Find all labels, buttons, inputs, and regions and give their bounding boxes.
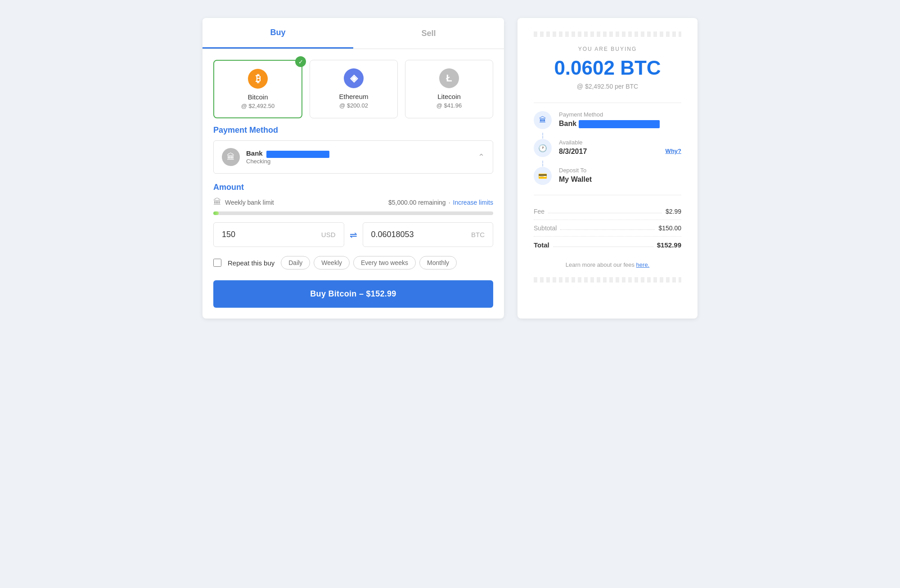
limit-left: 🏛 Weekly bank limit — [213, 197, 274, 207]
bank-account-redacted — [266, 151, 329, 158]
repeat-frequency-buttons: Daily Weekly Every two weeks Monthly — [281, 256, 457, 269]
subtotal-amount: $150.00 — [658, 224, 681, 232]
limit-progress-fill — [213, 211, 219, 215]
deposit-detail: 💳 Deposit To My Wallet — [534, 167, 681, 185]
repeat-daily-btn[interactable]: Daily — [281, 256, 310, 269]
bank-building-icon: 🏛 — [222, 148, 240, 166]
tab-sell[interactable]: Sell — [353, 18, 504, 49]
amount-title: Amount — [213, 183, 493, 197]
repeat-weekly-btn[interactable]: Weekly — [314, 256, 350, 269]
crypto-selection: ✓ ₿ Bitcoin @ $2,492.50 ◈ Ethereum @ $20… — [202, 49, 504, 126]
total-label: Total — [534, 241, 549, 249]
buy-amount-display: 0.0602 BTC — [534, 57, 681, 79]
eth-price: @ $200.02 — [315, 102, 392, 109]
crypto-card-btc[interactable]: ✓ ₿ Bitcoin @ $2,492.50 — [213, 60, 302, 118]
usd-currency: USD — [321, 231, 336, 238]
payment-left: 🏛 Bank Checking — [222, 148, 329, 166]
swap-icon[interactable]: ⇌ — [350, 229, 357, 240]
limit-label: Weekly bank limit — [225, 199, 274, 206]
bank-limit-icon: 🏛 — [213, 197, 221, 207]
increase-limits-link[interactable]: Increase limits — [453, 199, 493, 206]
btc-name: Bitcoin — [220, 93, 296, 101]
available-content: Available 8/3/2017 Why? — [559, 139, 681, 156]
deposit-content: Deposit To My Wallet — [559, 167, 681, 184]
btc-price: @ $2,492.50 — [220, 103, 296, 109]
payment-detail-icon: 🏛 — [534, 111, 552, 129]
amount-section: Amount 🏛 Weekly bank limit $5,000.00 rem… — [202, 183, 504, 247]
fee-label: Fee — [534, 208, 544, 215]
bank-name: Bank — [246, 149, 329, 157]
bank-sub: Checking — [246, 158, 329, 165]
learn-more: Learn more about our fees here. — [534, 261, 681, 268]
crypto-card-ltc[interactable]: Ł Litecoin @ $41.96 — [405, 60, 493, 118]
fee-amount: $2.99 — [666, 208, 681, 215]
payment-redacted — [579, 120, 660, 128]
crypto-card-eth[interactable]: ◈ Ethereum @ $200.02 — [310, 60, 398, 118]
available-icon: 🕐 — [534, 139, 552, 157]
available-detail: 🕐 Available 8/3/2017 Why? — [534, 139, 681, 157]
usd-input-box[interactable]: 150 USD — [213, 222, 344, 247]
repeat-monthly-btn[interactable]: Monthly — [419, 256, 457, 269]
deposit-label: Deposit To — [559, 167, 681, 174]
subtotal-row: Subtotal $150.00 — [534, 220, 681, 237]
payment-method-selector[interactable]: 🏛 Bank Checking ⌃ — [213, 140, 493, 174]
subtotal-dots — [560, 229, 655, 230]
repeat-checkbox[interactable] — [213, 259, 221, 267]
available-value: 8/3/2017 Why? — [559, 148, 681, 156]
limit-row: 🏛 Weekly bank limit $5,000.00 remaining … — [213, 197, 493, 207]
crypto-cards-list: ✓ ₿ Bitcoin @ $2,492.50 ◈ Ethereum @ $20… — [213, 60, 493, 118]
deposit-icon: 💳 — [534, 167, 552, 185]
tab-bar: Buy Sell — [202, 18, 504, 49]
buy-button[interactable]: Buy Bitcoin – $152.99 — [213, 280, 493, 308]
left-panel: Buy Sell ✓ ₿ Bitcoin @ $2,492.50 ◈ Ether… — [202, 18, 504, 319]
total-dots — [553, 247, 653, 247]
total-amount: $152.99 — [657, 241, 681, 249]
limit-remaining: $5,000.00 remaining — [388, 199, 446, 206]
buy-rate: @ $2,492.50 per BTC — [534, 83, 681, 90]
subtotal-label: Subtotal — [534, 224, 557, 232]
repeat-label: Repeat this buy — [228, 259, 274, 267]
deposit-value: My Wallet — [559, 175, 681, 184]
btc-value[interactable]: 0.06018053 — [371, 230, 414, 239]
available-label: Available — [559, 139, 681, 146]
why-link[interactable]: Why? — [666, 148, 681, 154]
fee-row: Fee $2.99 — [534, 203, 681, 220]
ltc-icon: Ł — [439, 68, 459, 88]
usd-value[interactable]: 150 — [222, 230, 235, 239]
payment-info: Bank Checking — [246, 149, 329, 164]
total-row: Total $152.99 — [534, 237, 681, 253]
fees-here-link[interactable]: here. — [636, 261, 650, 268]
divider-top — [534, 103, 681, 103]
right-panel: YOU ARE BUYING 0.0602 BTC @ $2,492.50 pe… — [518, 18, 698, 319]
payment-detail-value: Bank — [559, 120, 681, 128]
btc-icon: ₿ — [248, 69, 268, 89]
divider-bottom — [534, 195, 681, 195]
repeat-section: Repeat this buy Daily Weekly Every two w… — [202, 256, 504, 280]
btc-currency: BTC — [471, 231, 485, 238]
selected-check-icon: ✓ — [295, 56, 306, 67]
limit-progress-bar — [213, 211, 493, 215]
eth-name: Ethereum — [315, 93, 392, 100]
you-are-buying-label: YOU ARE BUYING — [534, 46, 681, 52]
btc-input-box[interactable]: 0.06018053 BTC — [363, 222, 494, 247]
dot-separator: · — [449, 199, 450, 206]
payment-method-title: Payment Method — [202, 126, 504, 140]
fee-dots — [548, 213, 662, 213]
tab-buy[interactable]: Buy — [202, 18, 353, 49]
ltc-price: @ $41.96 — [411, 102, 487, 109]
fee-section: Fee $2.99 Subtotal $150.00 Total $152.99 — [534, 203, 681, 253]
payment-detail-label: Payment Method — [559, 111, 681, 118]
chevron-down-icon: ⌃ — [478, 152, 485, 162]
ltc-name: Litecoin — [411, 93, 487, 100]
payment-method-detail: 🏛 Payment Method Bank — [534, 111, 681, 129]
repeat-biweekly-btn[interactable]: Every two weeks — [353, 256, 416, 269]
payment-detail-content: Payment Method Bank — [559, 111, 681, 128]
eth-icon: ◈ — [344, 68, 364, 88]
amount-inputs: 150 USD ⇌ 0.06018053 BTC — [213, 222, 493, 247]
limit-right: $5,000.00 remaining · Increase limits — [388, 199, 493, 206]
